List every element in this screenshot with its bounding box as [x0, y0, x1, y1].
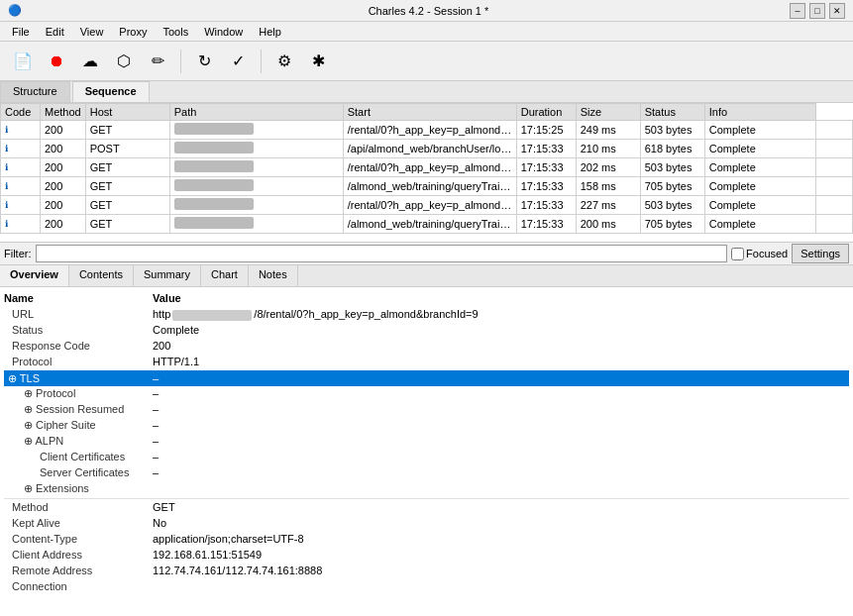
toolbar-separator [180, 50, 181, 73]
top-tab-structure[interactable]: Structure [0, 81, 70, 102]
compose-button[interactable]: ✏ [143, 47, 172, 76]
cell-code: 200 [41, 177, 86, 196]
table-row[interactable]: ℹ200GET/rental/0?h_app_key=p_almond&bra.… [1, 158, 853, 177]
filter-input[interactable] [36, 245, 728, 262]
close-button[interactable]: ✕ [829, 3, 845, 19]
col-header-host[interactable]: Host [85, 104, 169, 121]
settings-button[interactable]: Settings [792, 244, 849, 263]
cell-status: Complete [704, 177, 815, 196]
table-container[interactable]: CodeMethodHostPathStartDurationSizeStatu… [0, 103, 853, 242]
overview-row: MethodGET [4, 500, 849, 516]
table-row[interactable]: ℹ200GET/rental/0?h_app_key=p_almond&bra.… [1, 196, 853, 215]
settings-button[interactable]: ✱ [303, 47, 333, 76]
cell-duration: 227 ms [576, 196, 640, 215]
cell-code: 200 [41, 140, 86, 158]
expand-icon[interactable]: ⊕ [24, 482, 36, 494]
cell-method: GET [85, 121, 169, 140]
minimize-button[interactable]: – [790, 3, 805, 19]
overview-key: Method [4, 501, 153, 513]
top-tabs: StructureSequence [0, 81, 853, 103]
menu-item-edit[interactable]: Edit [38, 24, 72, 40]
cell-status: Complete [704, 196, 815, 215]
menu-item-help[interactable]: Help [251, 24, 289, 40]
expand-icon[interactable]: ⊕ [24, 403, 36, 415]
row-icon: ℹ [1, 140, 41, 158]
overview-value: http/8/rental/0?h_app_key=p_almond&branc… [153, 308, 479, 321]
bottom-tab-contents[interactable]: Contents [69, 265, 134, 286]
cell-info [816, 140, 853, 158]
upper-section: CodeMethodHostPathStartDurationSizeStatu… [0, 103, 853, 265]
cell-code: 200 [41, 121, 86, 140]
overview-row: Client Certificates– [4, 450, 849, 465]
cell-start: 17:15:33 [516, 215, 576, 234]
table-row[interactable]: ℹ200GET/almond_web/training/queryTraini.… [1, 215, 853, 234]
overview-row: Server Certificates– [4, 465, 849, 481]
top-tab-sequence[interactable]: Sequence [72, 81, 150, 102]
expand-icon[interactable]: ⊕ [8, 372, 20, 384]
cell-info [816, 121, 853, 140]
overview-row: ProtocolHTTP/1.1 [4, 355, 849, 370]
window-controls: – □ ✕ [790, 3, 845, 19]
tools-button[interactable]: ⚙ [269, 47, 299, 76]
overview-row: ⊕ Extensions [4, 481, 849, 497]
overview-value: 192.168.61.151:51549 [153, 549, 262, 561]
bottom-tab-overview[interactable]: Overview [0, 265, 69, 286]
expand-icon[interactable]: ⊕ [24, 419, 36, 431]
col-header-path[interactable]: Path [169, 104, 343, 121]
cell-start: 17:15:33 [516, 196, 576, 215]
col-header-size[interactable]: Size [576, 104, 640, 121]
overview-key: Content-Type [4, 533, 153, 545]
main-content: CodeMethodHostPathStartDurationSizeStatu… [0, 103, 853, 616]
col-header-status[interactable]: Status [640, 104, 704, 121]
overview-key: Client Certificates [4, 451, 153, 462]
overview-key: Protocol [4, 356, 153, 367]
col-header-start[interactable]: Start [343, 104, 516, 121]
overview-row: URLhttp/8/rental/0?h_app_key=p_almond&br… [4, 307, 849, 323]
validate-button[interactable]: ✓ [223, 47, 253, 76]
overview-value: GET [153, 501, 175, 513]
menu-item-file[interactable]: File [4, 24, 38, 40]
overview-key: Remote Address [4, 565, 153, 576]
filter-bar: Filter: Focused Settings [0, 242, 853, 265]
no-caching-button[interactable]: ⬡ [109, 47, 139, 76]
repeat-button[interactable]: ↻ [189, 47, 219, 76]
col-header-method[interactable]: Method [41, 104, 86, 121]
row-icon: ℹ [1, 215, 41, 234]
cell-path: /almond_web/training/queryTraini... [343, 177, 516, 196]
bottom-tab-notes[interactable]: Notes [249, 265, 298, 286]
overview-panel[interactable]: Name Value URLhttp/8/rental/0?h_app_key=… [0, 287, 853, 616]
col-header-code[interactable]: Code [1, 104, 41, 121]
menu-item-window[interactable]: Window [196, 24, 251, 40]
menu-item-proxy[interactable]: Proxy [111, 24, 155, 40]
maximize-button[interactable]: □ [809, 3, 825, 19]
col-header-duration[interactable]: Duration [516, 104, 576, 121]
overview-row: ⊕ Session Resumed– [4, 402, 849, 418]
table-row[interactable]: ℹ200GET/almond_web/training/queryTraini.… [1, 177, 853, 196]
expand-icon[interactable]: ⊕ [24, 387, 36, 399]
record-button[interactable]: ⏺ [42, 47, 71, 76]
cell-path: /rental/0?h_app_key=p_almond&bra... [343, 196, 516, 215]
menu-bar: FileEditViewProxyToolsWindowHelp [0, 22, 853, 42]
row-icon: ℹ [1, 121, 41, 140]
throttle-button[interactable]: ☁ [75, 47, 105, 76]
cell-code: 200 [41, 158, 86, 177]
table-row[interactable]: ℹ200POST/api/almond_web/branchUser/login… [1, 140, 853, 158]
menu-item-tools[interactable]: Tools [155, 24, 196, 40]
new-session-button[interactable]: 📄 [8, 47, 38, 76]
overview-key: Server Certificates [4, 466, 153, 478]
cell-start: 17:15:25 [516, 121, 576, 140]
overview-value: – [153, 451, 159, 462]
bottom-section: OverviewContentsSummaryChartNotes Name V… [0, 265, 853, 616]
bottom-tab-summary[interactable]: Summary [134, 265, 201, 286]
cell-status: Complete [704, 215, 815, 234]
table-row[interactable]: ℹ200GET/rental/0?h_app_key=p_almond&bra.… [1, 121, 853, 140]
menu-item-view[interactable]: View [72, 24, 112, 40]
overview-key: ⊕ ALPN [4, 435, 153, 448]
title-bar: 🔵 Charles 4.2 - Session 1 * – □ ✕ [0, 0, 853, 22]
col-header-info[interactable]: Info [704, 104, 815, 121]
overview-key: URL [4, 308, 153, 320]
expand-icon[interactable]: ⊕ [24, 435, 35, 447]
overview-row: ⊕ Cipher Suite– [4, 418, 849, 434]
bottom-tab-chart[interactable]: Chart [201, 265, 249, 286]
focused-checkbox[interactable] [731, 248, 744, 260]
